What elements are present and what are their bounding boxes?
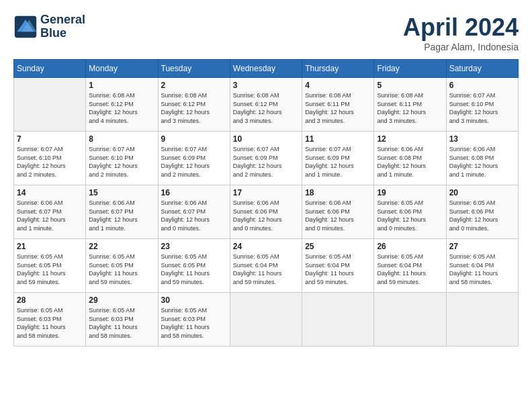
day-number: 11 <box>305 134 371 144</box>
day-info: Sunrise: 6:08 AM Sunset: 6:12 PM Dayligh… <box>161 91 227 125</box>
day-info: Sunrise: 6:06 AM Sunset: 6:07 PM Dayligh… <box>161 199 227 232</box>
day-number: 13 <box>449 134 515 144</box>
table-row <box>302 293 374 347</box>
logo-icon <box>13 15 38 39</box>
title-area: April 2024 Pagar Alam, Indonesia <box>403 13 519 52</box>
table-row <box>14 78 86 132</box>
day-number: 9 <box>161 134 227 144</box>
day-number: 28 <box>17 295 83 305</box>
day-info: Sunrise: 6:05 AM Sunset: 6:03 PM Dayligh… <box>17 306 83 340</box>
table-row: 25Sunrise: 6:05 AM Sunset: 6:04 PM Dayli… <box>302 239 374 293</box>
day-number: 4 <box>305 81 371 90</box>
day-info: Sunrise: 6:05 AM Sunset: 6:05 PM Dayligh… <box>161 253 227 286</box>
table-row: 4Sunrise: 6:08 AM Sunset: 6:11 PM Daylig… <box>302 78 374 132</box>
day-number: 19 <box>377 188 443 197</box>
calendar-week-row: 28Sunrise: 6:05 AM Sunset: 6:03 PM Dayli… <box>14 293 519 347</box>
day-number: 7 <box>17 134 83 144</box>
table-row: 18Sunrise: 6:06 AM Sunset: 6:06 PM Dayli… <box>302 185 374 239</box>
day-info: Sunrise: 6:06 AM Sunset: 6:06 PM Dayligh… <box>305 199 371 232</box>
table-row <box>230 293 302 347</box>
col-monday: Monday <box>86 60 158 78</box>
table-row: 8Sunrise: 6:07 AM Sunset: 6:10 PM Daylig… <box>86 132 158 185</box>
col-thursday: Thursday <box>302 60 374 78</box>
table-row: 22Sunrise: 6:05 AM Sunset: 6:05 PM Dayli… <box>86 239 158 293</box>
col-friday: Friday <box>374 60 446 78</box>
month-title: April 2024 <box>403 13 519 42</box>
day-info: Sunrise: 6:05 AM Sunset: 6:04 PM Dayligh… <box>377 253 443 286</box>
day-number: 30 <box>161 295 227 305</box>
col-tuesday: Tuesday <box>158 60 230 78</box>
day-info: Sunrise: 6:08 AM Sunset: 6:12 PM Dayligh… <box>89 91 154 125</box>
table-row: 12Sunrise: 6:06 AM Sunset: 6:08 PM Dayli… <box>374 132 446 185</box>
calendar-header-row: Sunday Monday Tuesday Wednesday Thursday… <box>14 60 519 78</box>
day-info: Sunrise: 6:05 AM Sunset: 6:05 PM Dayligh… <box>89 253 154 286</box>
day-number: 26 <box>377 242 443 251</box>
table-row: 13Sunrise: 6:06 AM Sunset: 6:08 PM Dayli… <box>446 132 518 185</box>
day-number: 23 <box>161 242 227 251</box>
page-header: General Blue April 2024 Pagar Alam, Indo… <box>13 13 519 52</box>
day-info: Sunrise: 6:07 AM Sunset: 6:09 PM Dayligh… <box>161 145 227 179</box>
table-row: 1Sunrise: 6:08 AM Sunset: 6:12 PM Daylig… <box>86 78 158 132</box>
day-info: Sunrise: 6:05 AM Sunset: 6:04 PM Dayligh… <box>449 253 515 286</box>
table-row: 26Sunrise: 6:05 AM Sunset: 6:04 PM Dayli… <box>374 239 446 293</box>
day-number: 16 <box>161 188 227 197</box>
day-number: 14 <box>17 188 83 197</box>
table-row: 7Sunrise: 6:07 AM Sunset: 6:10 PM Daylig… <box>14 132 86 185</box>
day-info: Sunrise: 6:05 AM Sunset: 6:04 PM Dayligh… <box>305 253 371 286</box>
table-row: 27Sunrise: 6:05 AM Sunset: 6:04 PM Dayli… <box>446 239 518 293</box>
table-row: 15Sunrise: 6:06 AM Sunset: 6:07 PM Dayli… <box>86 185 158 239</box>
table-row: 14Sunrise: 6:06 AM Sunset: 6:07 PM Dayli… <box>14 185 86 239</box>
day-info: Sunrise: 6:07 AM Sunset: 6:10 PM Dayligh… <box>89 145 154 179</box>
day-info: Sunrise: 6:05 AM Sunset: 6:04 PM Dayligh… <box>233 253 299 286</box>
table-row: 24Sunrise: 6:05 AM Sunset: 6:04 PM Dayli… <box>230 239 302 293</box>
day-info: Sunrise: 6:05 AM Sunset: 6:06 PM Dayligh… <box>449 199 515 232</box>
day-number: 24 <box>233 242 299 251</box>
day-info: Sunrise: 6:06 AM Sunset: 6:08 PM Dayligh… <box>377 145 443 179</box>
table-row: 17Sunrise: 6:06 AM Sunset: 6:06 PM Dayli… <box>230 185 302 239</box>
calendar-table: Sunday Monday Tuesday Wednesday Thursday… <box>13 59 519 347</box>
logo-text: General Blue <box>40 13 85 40</box>
day-number: 12 <box>377 134 443 144</box>
table-row: 28Sunrise: 6:05 AM Sunset: 6:03 PM Dayli… <box>14 293 86 347</box>
table-row: 9Sunrise: 6:07 AM Sunset: 6:09 PM Daylig… <box>158 132 230 185</box>
calendar-week-row: 1Sunrise: 6:08 AM Sunset: 6:12 PM Daylig… <box>14 78 519 132</box>
calendar-week-row: 21Sunrise: 6:05 AM Sunset: 6:05 PM Dayli… <box>14 239 519 293</box>
day-info: Sunrise: 6:05 AM Sunset: 6:03 PM Dayligh… <box>89 306 154 340</box>
table-row: 29Sunrise: 6:05 AM Sunset: 6:03 PM Dayli… <box>86 293 158 347</box>
day-info: Sunrise: 6:06 AM Sunset: 6:07 PM Dayligh… <box>17 199 83 232</box>
day-info: Sunrise: 6:06 AM Sunset: 6:08 PM Dayligh… <box>449 145 515 179</box>
table-row: 23Sunrise: 6:05 AM Sunset: 6:05 PM Dayli… <box>158 239 230 293</box>
logo: General Blue <box>13 13 85 40</box>
day-info: Sunrise: 6:07 AM Sunset: 6:09 PM Dayligh… <box>233 145 299 179</box>
table-row <box>446 293 518 347</box>
table-row: 10Sunrise: 6:07 AM Sunset: 6:09 PM Dayli… <box>230 132 302 185</box>
day-number: 21 <box>17 242 83 251</box>
table-row: 16Sunrise: 6:06 AM Sunset: 6:07 PM Dayli… <box>158 185 230 239</box>
day-number: 17 <box>233 188 299 197</box>
day-number: 10 <box>233 134 299 144</box>
day-number: 3 <box>233 81 299 90</box>
day-number: 20 <box>449 188 515 197</box>
table-row: 5Sunrise: 6:08 AM Sunset: 6:11 PM Daylig… <box>374 78 446 132</box>
day-info: Sunrise: 6:08 AM Sunset: 6:11 PM Dayligh… <box>377 91 443 125</box>
day-info: Sunrise: 6:05 AM Sunset: 6:05 PM Dayligh… <box>17 253 83 286</box>
location: Pagar Alam, Indonesia <box>403 42 519 52</box>
day-number: 18 <box>305 188 371 197</box>
day-number: 5 <box>377 81 443 90</box>
col-saturday: Saturday <box>446 60 518 78</box>
table-row: 19Sunrise: 6:05 AM Sunset: 6:06 PM Dayli… <box>374 185 446 239</box>
day-number: 25 <box>305 242 371 251</box>
day-number: 2 <box>161 81 227 90</box>
col-sunday: Sunday <box>14 60 86 78</box>
table-row: 20Sunrise: 6:05 AM Sunset: 6:06 PM Dayli… <box>446 185 518 239</box>
table-row: 6Sunrise: 6:07 AM Sunset: 6:10 PM Daylig… <box>446 78 518 132</box>
day-number: 6 <box>449 81 515 90</box>
table-row: 21Sunrise: 6:05 AM Sunset: 6:05 PM Dayli… <box>14 239 86 293</box>
table-row <box>374 293 446 347</box>
day-info: Sunrise: 6:07 AM Sunset: 6:09 PM Dayligh… <box>305 145 371 179</box>
day-number: 8 <box>89 134 154 144</box>
day-info: Sunrise: 6:08 AM Sunset: 6:12 PM Dayligh… <box>233 91 299 125</box>
day-info: Sunrise: 6:05 AM Sunset: 6:03 PM Dayligh… <box>161 306 227 340</box>
table-row: 3Sunrise: 6:08 AM Sunset: 6:12 PM Daylig… <box>230 78 302 132</box>
table-row: 11Sunrise: 6:07 AM Sunset: 6:09 PM Dayli… <box>302 132 374 185</box>
